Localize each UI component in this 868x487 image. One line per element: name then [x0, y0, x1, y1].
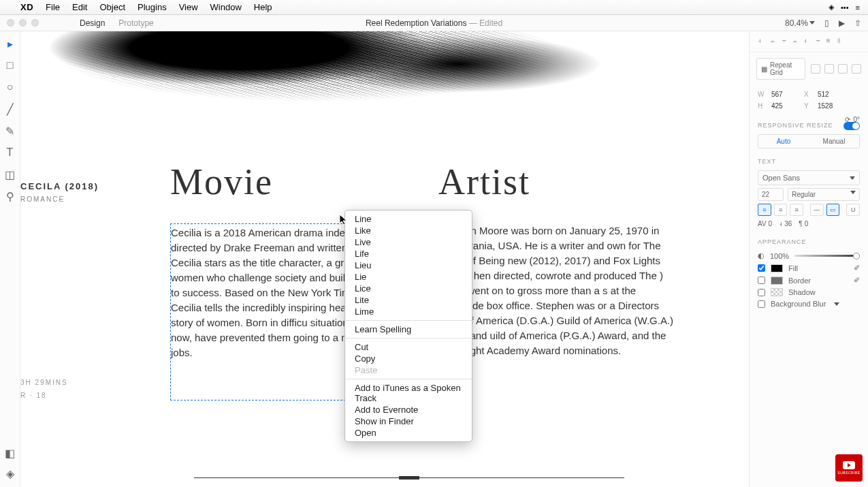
align-top-icon[interactable]: ⫠	[792, 37, 801, 46]
zoom-level[interactable]: 80.4%	[785, 18, 815, 28]
cut[interactable]: Cut	[345, 341, 472, 353]
char-spacing[interactable]: AV 0	[758, 220, 772, 227]
align-text-right-icon[interactable]: ≡	[790, 204, 803, 216]
border-label: Border	[788, 277, 811, 285]
rectangle-tool-icon[interactable]: □	[5, 60, 16, 71]
align-left-icon[interactable]: ⫞	[758, 37, 767, 46]
menu-help[interactable]: Help	[254, 2, 272, 12]
app-toolbar: Design Prototype Reel Redemption Variati…	[0, 15, 868, 31]
mode-prototype[interactable]: Prototype	[118, 18, 153, 28]
fill-checkbox[interactable]	[758, 264, 765, 272]
height-input[interactable]	[771, 102, 799, 110]
point-text-icon[interactable]: —	[810, 204, 824, 216]
appearance-label: APPEARANCE	[750, 232, 868, 248]
suggest-lie[interactable]: Lie	[345, 271, 472, 283]
add-itunes[interactable]: Add to iTunes as a Spoken Track	[345, 382, 472, 404]
bool-intersect-icon[interactable]	[838, 64, 848, 74]
align-hcenter-icon[interactable]: ⫠	[769, 37, 779, 46]
window-controls[interactable]	[7, 19, 39, 27]
align-right-icon[interactable]: ⫟	[781, 37, 790, 46]
border-checkbox[interactable]	[758, 277, 765, 284]
shadow-checkbox[interactable]	[758, 289, 765, 296]
menu-file[interactable]: File	[46, 2, 60, 12]
opacity-row[interactable]: ◐ 100%	[758, 251, 860, 260]
fill-swatch[interactable]	[771, 264, 783, 272]
text-tool-icon[interactable]: T	[5, 147, 16, 158]
font-weight[interactable]: Regular	[788, 188, 860, 201]
menu-extra-icon[interactable]: ≡	[856, 3, 860, 12]
tool-panel: ▸ □ ○ ╱ ✎ T ◫ ⚲ ◧ ◈	[0, 31, 20, 487]
suggest-lime[interactable]: Lime	[345, 306, 472, 317]
learn-spelling[interactable]: Learn Spelling	[345, 324, 472, 335]
suggest-life[interactable]: Life	[345, 248, 472, 260]
y-input[interactable]	[818, 102, 845, 110]
text-label: TEXT	[750, 151, 868, 168]
border-swatch[interactable]	[771, 277, 783, 285]
align-vcenter-icon[interactable]: ⫞	[803, 37, 813, 46]
suggest-like[interactable]: Like	[345, 225, 472, 236]
pen-tool-icon[interactable]: ✎	[5, 125, 16, 136]
subscribe-badge[interactable]: SUBSCRIBE	[835, 454, 863, 482]
menu-view[interactable]: View	[179, 2, 198, 12]
add-evernote[interactable]: Add to Evernote	[345, 404, 472, 415]
blur-checkbox[interactable]	[758, 300, 765, 308]
context-menu: Line Like Live Life Lieu Lie Lice Lite L…	[344, 210, 472, 442]
select-tool-icon[interactable]: ▸	[5, 38, 16, 49]
artboard-tool-icon[interactable]: ◫	[5, 169, 16, 180]
width-input[interactable]	[771, 91, 799, 98]
device-preview-icon[interactable]: ▯	[824, 18, 829, 28]
transform-section: W X H Y	[750, 85, 868, 115]
shield-icon[interactable]: ◈	[829, 3, 834, 12]
eyedropper-icon[interactable]: ✐	[854, 264, 860, 272]
bool-exclude-icon[interactable]	[852, 64, 861, 74]
menu-object[interactable]: Object	[99, 2, 125, 12]
open[interactable]: Open	[345, 427, 472, 439]
line-tool-icon[interactable]: ╱	[5, 104, 16, 114]
artist-text-frame[interactable]: Stephen Moore was born on January 25, 19…	[438, 223, 675, 358]
suggest-lieu[interactable]: Lieu	[345, 260, 472, 271]
rating: R · 18	[20, 392, 68, 399]
suggest-lice[interactable]: Lice	[345, 283, 472, 294]
repeat-grid-button[interactable]: ▦Repeat Grid	[756, 58, 805, 80]
suggest-line[interactable]: Line	[345, 213, 472, 225]
align-text-left-icon[interactable]: ≡	[758, 204, 771, 216]
distribute-h-icon[interactable]: ≡	[826, 37, 836, 46]
more-icon[interactable]: •••	[841, 3, 849, 12]
play-icon[interactable]: ▶	[839, 18, 845, 28]
menu-edit[interactable]: Edit	[72, 2, 87, 12]
area-text-icon[interactable]: ▭	[826, 204, 840, 216]
share-icon[interactable]: ⇧	[854, 18, 861, 28]
layers-icon[interactable]: ◈	[5, 468, 16, 479]
app-name[interactable]: XD	[20, 2, 33, 12]
font-size[interactable]: 22	[758, 188, 784, 201]
responsive-toggle[interactable]	[843, 122, 860, 130]
eyedropper-icon[interactable]: ✐	[854, 276, 860, 285]
paste: Paste	[345, 364, 472, 376]
resize-mode[interactable]: AutoManual	[758, 134, 860, 148]
suggest-live[interactable]: Live	[345, 236, 472, 248]
blur-label: Background Blur	[771, 300, 826, 308]
mac-menubar: XD File Edit Object Plugins View Window …	[0, 0, 868, 15]
menu-window[interactable]: Window	[210, 2, 242, 12]
align-text-center-icon[interactable]: ≡	[774, 204, 788, 216]
show-finder[interactable]: Show in Finder	[345, 415, 472, 427]
assets-icon[interactable]: ◧	[5, 447, 16, 458]
line-spacing[interactable]: ⫞ 36	[779, 220, 792, 227]
underline-icon[interactable]: U	[846, 204, 860, 216]
menu-plugins[interactable]: Plugins	[138, 2, 167, 12]
copy[interactable]: Copy	[345, 353, 472, 364]
zoom-tool-icon[interactable]: ⚲	[5, 191, 16, 202]
font-family[interactable]: Open Sans	[758, 170, 860, 185]
x-input[interactable]	[818, 91, 845, 98]
align-bottom-icon[interactable]: ⫟	[815, 37, 824, 46]
suggest-lite[interactable]: Lite	[345, 294, 472, 306]
distribute-v-icon[interactable]: ⦀	[837, 37, 847, 46]
bool-add-icon[interactable]	[811, 64, 820, 74]
para-spacing[interactable]: ¶ 0	[799, 220, 808, 227]
shadow-swatch[interactable]	[771, 288, 783, 296]
brush-artwork	[20, 31, 749, 113]
ellipse-tool-icon[interactable]: ○	[5, 82, 16, 93]
bool-subtract-icon[interactable]	[824, 64, 834, 74]
opacity-slider[interactable]	[794, 255, 860, 257]
mode-design[interactable]: Design	[80, 18, 105, 28]
